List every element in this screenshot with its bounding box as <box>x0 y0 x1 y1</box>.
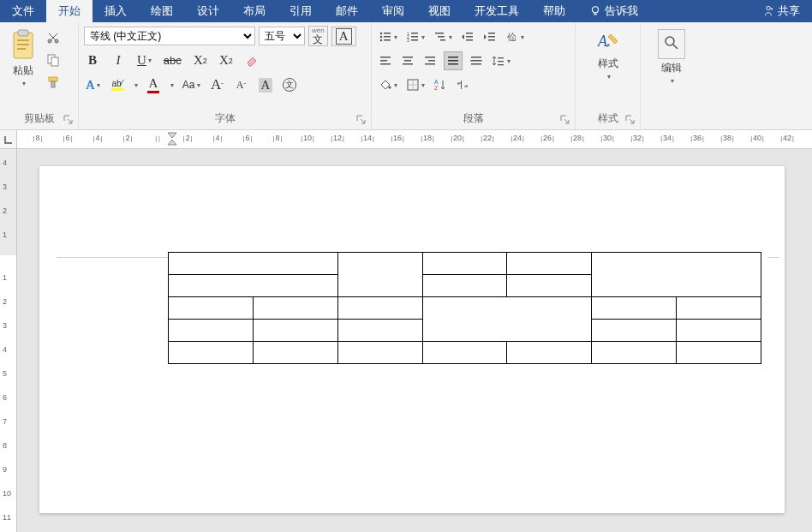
ruler-vertical[interactable]: 43211234567891011 <box>0 149 17 532</box>
font-launcher[interactable] <box>355 114 367 126</box>
paragraph-launcher[interactable] <box>559 114 571 126</box>
svg-rect-28 <box>466 33 473 34</box>
subscript-button[interactable]: X2 <box>192 51 209 69</box>
editing-button[interactable]: 编辑 ▾ <box>653 26 690 111</box>
table-cell[interactable] <box>592 342 677 364</box>
table-cell[interactable] <box>592 297 677 320</box>
table-cell[interactable] <box>337 320 422 342</box>
tab-tellme[interactable]: 告诉我 <box>577 0 650 22</box>
shrink-font-button[interactable]: Aˇ <box>233 76 250 93</box>
sort-button[interactable]: AZ <box>432 76 449 93</box>
table-cell[interactable] <box>592 320 677 342</box>
ruler-tick: 26 <box>540 134 554 142</box>
multilevel-button[interactable]: ▾ <box>432 28 454 45</box>
enclose-char-button[interactable]: 文 <box>281 76 298 93</box>
table-cell[interactable] <box>337 342 422 364</box>
highlight-button[interactable]: ab⁄ <box>109 76 126 93</box>
table-cell[interactable] <box>253 342 337 364</box>
table-cell[interactable] <box>169 275 338 297</box>
asian-layout-button[interactable]: 佡▾ <box>504 28 526 45</box>
align-right-button[interactable] <box>421 52 439 69</box>
styles-launcher[interactable] <box>624 114 636 126</box>
table-cell[interactable] <box>507 275 592 297</box>
paste-button[interactable]: 粘贴 ▾ <box>5 26 41 109</box>
clear-format-button[interactable] <box>243 52 260 69</box>
align-justify-button[interactable] <box>444 51 463 70</box>
cut-button[interactable] <box>45 29 62 46</box>
ruler-horizontal[interactable]: 8642246810121416182022242628303234363840… <box>0 130 812 149</box>
share-button[interactable]: 共享 <box>750 0 812 22</box>
tab-design[interactable]: 设计 <box>185 0 231 22</box>
ruler-corner[interactable] <box>0 130 17 148</box>
table-cell[interactable] <box>253 320 337 342</box>
align-center-button[interactable] <box>399 52 416 69</box>
tab-review[interactable]: 审阅 <box>370 0 416 22</box>
document-table[interactable] <box>168 252 761 364</box>
bold-button[interactable]: B <box>84 51 101 69</box>
change-case-button[interactable]: Aa▾ <box>181 76 202 93</box>
table-cell[interactable] <box>169 320 254 342</box>
table-cell[interactable] <box>422 342 507 364</box>
text-effects-button[interactable]: A▾ <box>84 76 102 94</box>
tab-insert[interactable]: 插入 <box>93 0 139 22</box>
char-shading-button[interactable]: A <box>257 76 275 94</box>
table-cell[interactable] <box>169 253 338 275</box>
tab-help[interactable]: 帮助 <box>531 0 577 22</box>
font-size-select[interactable]: 五号 <box>259 27 305 45</box>
tab-file[interactable]: 文件 <box>0 0 46 22</box>
font-color-button[interactable]: A <box>145 75 162 95</box>
table-cell[interactable] <box>169 297 254 320</box>
tab-mail[interactable]: 邮件 <box>324 0 370 22</box>
format-painter-button[interactable] <box>45 74 62 91</box>
table-row[interactable] <box>169 297 761 320</box>
tab-view[interactable]: 视图 <box>416 0 463 22</box>
table-cell[interactable] <box>169 342 254 364</box>
table-row[interactable] <box>169 253 761 275</box>
table-cell[interactable] <box>422 275 507 297</box>
tab-references[interactable]: 引用 <box>278 0 324 22</box>
borders-button[interactable]: ▾ <box>404 76 427 93</box>
numbering-button[interactable]: 123▾ <box>404 28 427 45</box>
table-cell[interactable] <box>253 297 337 320</box>
underline-button[interactable]: U▾ <box>135 51 153 69</box>
styles-button[interactable]: A 样式 ▾ <box>590 26 626 109</box>
indent-decrease-button[interactable] <box>459 28 476 45</box>
superscript-button[interactable]: X2 <box>218 51 235 69</box>
svg-rect-47 <box>471 57 481 58</box>
italic-button[interactable]: I <box>110 51 127 69</box>
show-marks-button[interactable] <box>454 76 471 93</box>
tab-layout[interactable]: 布局 <box>231 0 278 22</box>
shading-button[interactable]: ▾ <box>377 76 399 93</box>
document-scroll[interactable] <box>17 149 812 532</box>
table-cell[interactable] <box>337 253 422 297</box>
tab-draw[interactable]: 绘图 <box>139 0 185 22</box>
table-cell[interactable] <box>422 253 507 275</box>
copy-button[interactable] <box>45 51 62 69</box>
char-border-button[interactable]: A <box>331 27 356 46</box>
ruler-tick: 9 <box>3 465 7 474</box>
chevron-down-icon: ▾ <box>394 81 397 89</box>
tab-devtools[interactable]: 开发工具 <box>463 0 531 22</box>
table-cell[interactable] <box>507 342 592 364</box>
indent-increase-button[interactable] <box>481 28 499 45</box>
table-cell[interactable] <box>677 297 761 320</box>
table-cell[interactable] <box>422 297 592 342</box>
bullets-button[interactable]: ▾ <box>377 28 399 45</box>
table-cell[interactable] <box>677 342 761 364</box>
strike-button[interactable]: abc <box>162 52 183 69</box>
clipboard-launcher[interactable] <box>63 114 75 126</box>
table-row[interactable] <box>169 342 761 364</box>
table-cell[interactable] <box>507 253 592 275</box>
line-spacing-button[interactable]: ▾ <box>490 52 512 69</box>
indent-marker[interactable] <box>167 132 177 147</box>
table-cell[interactable] <box>677 320 761 342</box>
font-family-select[interactable]: 等线 (中文正文) <box>84 27 255 45</box>
grow-font-button[interactable]: Aˆ <box>209 75 226 95</box>
distributed-button[interactable] <box>468 52 485 69</box>
share-label: 共享 <box>778 3 800 19</box>
table-cell[interactable] <box>592 253 761 297</box>
tab-home[interactable]: 开始 <box>46 0 93 22</box>
table-cell[interactable] <box>337 297 422 320</box>
align-left-button[interactable] <box>377 52 394 69</box>
phonetic-guide-button[interactable]: wén 文 <box>308 26 328 46</box>
